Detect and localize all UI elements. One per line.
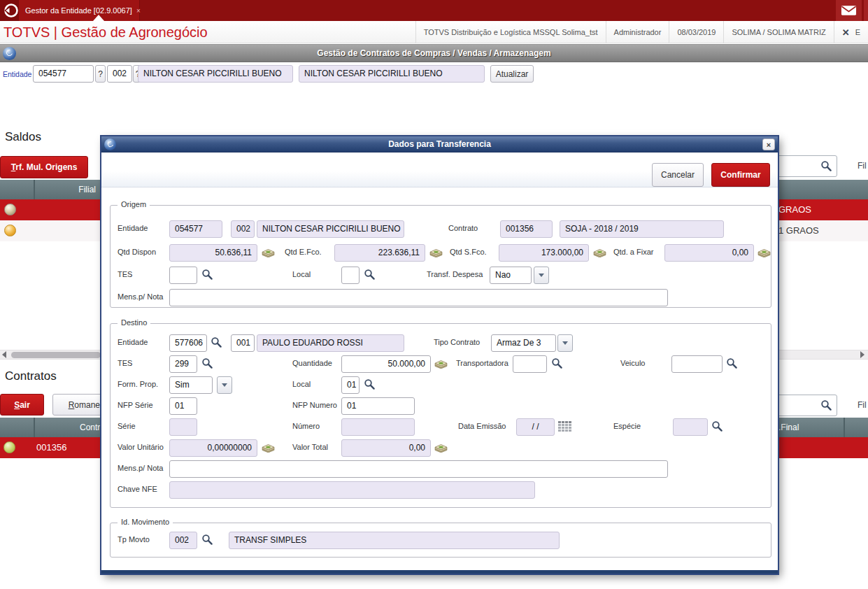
- mail-button[interactable]: [836, 0, 862, 21]
- chave-nfe-field: [169, 481, 535, 499]
- sair-button[interactable]: Sair: [0, 394, 44, 416]
- search-icon[interactable]: [211, 336, 222, 348]
- exit-label: E: [855, 28, 860, 36]
- numero-label: Número: [292, 422, 320, 430]
- search-icon[interactable]: [551, 357, 563, 369]
- search-icon[interactable]: [201, 357, 213, 369]
- qtd-efco-value: 223.636,11: [334, 244, 425, 262]
- nfp-numero-input[interactable]: 01: [341, 397, 415, 415]
- entity-code-input[interactable]: 054577: [33, 65, 94, 83]
- search-icon[interactable]: [201, 269, 213, 281]
- form-prop-select[interactable]: Sim: [169, 376, 213, 394]
- especie-label: Espécie: [613, 422, 641, 430]
- origem-contrato-desc: SOJA - 2018 / 2019: [560, 220, 724, 238]
- dialog-close-button[interactable]: ×: [762, 139, 775, 150]
- entity-label: Entidade: [3, 70, 31, 78]
- search-icon[interactable]: [711, 420, 723, 432]
- search-icon[interactable]: [201, 534, 213, 546]
- cancel-button[interactable]: Cancelar: [652, 163, 704, 187]
- origem-tes-input[interactable]: [169, 267, 197, 284]
- saldos-row-text: 1 GRAOS: [778, 225, 819, 236]
- tp-movto-label: Tp Movto: [118, 535, 150, 544]
- origem-mens-input[interactable]: [169, 289, 668, 306]
- scrollbar-thumb[interactable]: [11, 352, 101, 358]
- origem-entidade-nome: NILTON CESAR PICCIRILLI BUENO: [257, 220, 404, 238]
- nfp-numero-label: NFP Numero: [292, 401, 337, 409]
- search-icon[interactable]: [364, 269, 376, 281]
- edge-button[interactable]: [864, 0, 868, 21]
- close-app-icon[interactable]: ✕: [842, 27, 850, 38]
- qtd-fixar-value: 0,00: [664, 244, 754, 262]
- status-ball-icon: [4, 225, 16, 236]
- origem-entidade-label: Entidade: [118, 224, 148, 232]
- data-emissao-field: / /: [516, 418, 555, 436]
- col-final: .Final: [778, 418, 799, 437]
- origem-local-input[interactable]: [341, 267, 360, 284]
- qtd-sfco-label: Qtd S.Fco.: [450, 248, 487, 256]
- title-bar: Gestor da Entidade [02.9.0067] ×: [0, 0, 868, 21]
- quantidade-input[interactable]: 50.000,00: [341, 355, 431, 373]
- contratos-filter-label: Fil: [858, 400, 867, 410]
- destino-nome-field: PAULO EDUARDO ROSSI: [257, 334, 404, 352]
- search-icon[interactable]: [364, 378, 376, 390]
- money-icon: [429, 247, 443, 257]
- money-icon: [434, 442, 448, 453]
- calendar-icon[interactable]: [558, 421, 571, 432]
- transf-despesa-label: Transf. Despesa: [427, 270, 483, 278]
- refresh-button[interactable]: Atualizar: [490, 65, 534, 83]
- destino-loja-input[interactable]: 001: [231, 334, 255, 352]
- qtd-dispon-label: Qtd Dispon: [118, 248, 156, 256]
- entity-name-confirm-field: NILTON CESAR PICCIRILLI BUENO: [299, 65, 485, 83]
- multi-origin-button[interactable]: Trf. Mul. Origens: [0, 156, 88, 178]
- app-header: TOTVS | Gestão de Agronegócio TOTVS Dist…: [0, 21, 868, 43]
- col-filial: Filial: [34, 180, 100, 199]
- tp-movto-desc-field: TRANSF SIMPLES: [229, 532, 560, 549]
- scroll-right-icon[interactable]: [860, 351, 865, 358]
- transf-despesa-select[interactable]: Nao: [490, 267, 532, 284]
- search-icon[interactable]: [726, 357, 738, 369]
- tipo-contrato-select[interactable]: Armaz De 3: [491, 334, 556, 352]
- window-tab[interactable]: Gestor da Entidade [02.9.0067] ×: [18, 0, 140, 21]
- dropdown-button[interactable]: [534, 267, 549, 284]
- dropdown-button[interactable]: [557, 334, 573, 352]
- money-icon: [757, 247, 771, 257]
- numero-field: [341, 418, 415, 436]
- search-icon: [820, 160, 832, 172]
- destino-mens-input[interactable]: [169, 460, 668, 478]
- tp-movto-field: 002: [169, 532, 197, 549]
- transfer-dialog: Dados para Transferencia × Cancelar Conf…: [101, 136, 778, 574]
- chave-nfe-label: Chave NFE: [118, 485, 157, 493]
- destino-local-input[interactable]: 01: [341, 376, 360, 394]
- entity-store-input[interactable]: 002: [107, 65, 132, 83]
- valor-unitario-label: Valor Unitário: [118, 443, 164, 451]
- valor-total-field: 0,00: [341, 439, 431, 457]
- veiculo-input[interactable]: [671, 355, 723, 373]
- destino-local-label: Local: [292, 380, 311, 388]
- movimento-legend: Id. Movimento: [118, 518, 173, 526]
- data-emissao-label: Data Emissão: [458, 422, 506, 430]
- scroll-left-icon[interactable]: [2, 351, 6, 358]
- routine-toolbar: Gestão de Contratos de Compras / Vendas …: [0, 44, 868, 62]
- contratos-title: Contratos: [5, 369, 57, 383]
- tab-close-icon[interactable]: ×: [136, 7, 141, 15]
- exit-app[interactable]: ✕ E: [834, 21, 868, 43]
- money-icon: [592, 247, 607, 257]
- transportadora-input[interactable]: [513, 355, 547, 373]
- nfp-serie-input[interactable]: 01: [169, 397, 197, 415]
- dropdown-button[interactable]: [217, 376, 232, 394]
- entity-help-button[interactable]: ?: [95, 65, 106, 83]
- destino-entidade-input[interactable]: 577606: [169, 334, 207, 352]
- origem-entidade-cod: 054577: [169, 220, 222, 238]
- origem-tes-label: TES: [118, 270, 132, 278]
- destino-tes-input[interactable]: 299: [169, 355, 197, 373]
- environment-label: TOTVS Distribuição e Logística MSSQL Sol…: [415, 21, 606, 43]
- veiculo-label: Veiculo: [620, 359, 645, 367]
- qtd-dispon-value: 50.636,11: [169, 244, 257, 262]
- origem-contrato-cod: 001356: [500, 220, 553, 238]
- saldos-filter-label: Fil: [858, 161, 867, 171]
- dialog-titlebar: Dados para Transferencia: [101, 136, 778, 152]
- confirm-button[interactable]: Confirmar: [711, 163, 770, 187]
- mail-icon: [841, 5, 857, 16]
- origem-legend: Origem: [118, 200, 150, 208]
- entity-name-field: NILTON CESAR PICCIRILLI BUENO: [138, 65, 293, 83]
